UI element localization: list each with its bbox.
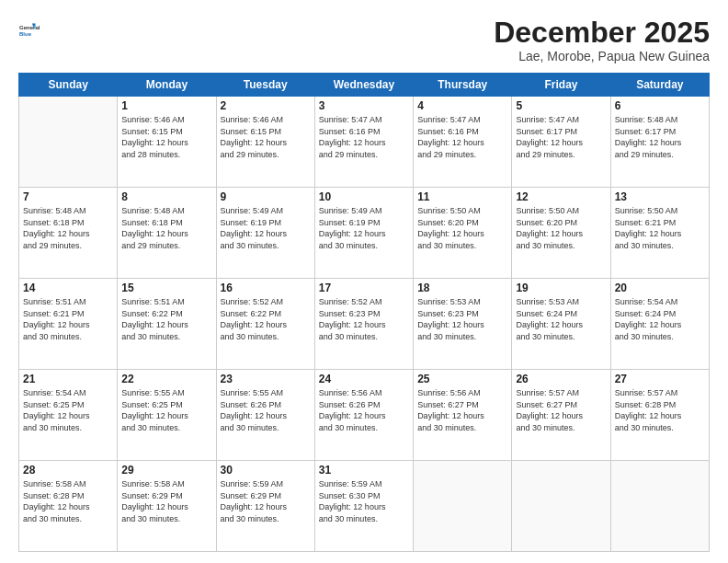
day-info: Sunrise: 5:57 AM Sunset: 6:27 PM Dayligh… (516, 387, 606, 433)
calendar-cell: 28Sunrise: 5:58 AM Sunset: 6:28 PM Dayli… (19, 461, 118, 552)
day-number: 16 (221, 282, 311, 294)
calendar-cell: 10Sunrise: 5:49 AM Sunset: 6:19 PM Dayli… (314, 188, 413, 279)
day-info: Sunrise: 5:47 AM Sunset: 6:17 PM Dayligh… (516, 114, 606, 160)
calendar-cell: 15Sunrise: 5:51 AM Sunset: 6:22 PM Dayli… (118, 279, 216, 370)
month-title: December 2025 (494, 17, 710, 49)
calendar-cell: 14Sunrise: 5:51 AM Sunset: 6:21 PM Dayli… (19, 279, 118, 370)
calendar: SundayMondayTuesdayWednesdayThursdayFrid… (18, 73, 710, 552)
weekday-header-row: SundayMondayTuesdayWednesdayThursdayFrid… (19, 74, 710, 97)
day-info: Sunrise: 5:58 AM Sunset: 6:28 PM Dayligh… (23, 478, 113, 524)
day-info: Sunrise: 5:56 AM Sunset: 6:26 PM Dayligh… (319, 387, 409, 433)
calendar-cell: 27Sunrise: 5:57 AM Sunset: 6:28 PM Dayli… (610, 370, 709, 461)
day-number: 28 (23, 464, 113, 477)
day-info: Sunrise: 5:47 AM Sunset: 6:16 PM Dayligh… (417, 114, 507, 160)
day-info: Sunrise: 5:59 AM Sunset: 6:30 PM Dayligh… (319, 478, 409, 524)
weekday-header-friday: Friday (512, 74, 610, 97)
day-info: Sunrise: 5:48 AM Sunset: 6:17 PM Dayligh… (615, 114, 705, 160)
day-info: Sunrise: 5:59 AM Sunset: 6:29 PM Dayligh… (221, 478, 311, 524)
header: General Blue December 2025 Lae, Morobe, … (18, 17, 710, 63)
day-info: Sunrise: 5:51 AM Sunset: 6:21 PM Dayligh… (23, 296, 113, 342)
day-info: Sunrise: 5:52 AM Sunset: 6:23 PM Dayligh… (319, 296, 409, 342)
logo: General Blue (18, 17, 44, 42)
week-row-5: 28Sunrise: 5:58 AM Sunset: 6:28 PM Dayli… (19, 461, 710, 552)
calendar-cell: 25Sunrise: 5:56 AM Sunset: 6:27 PM Dayli… (414, 370, 512, 461)
day-number: 7 (23, 190, 113, 203)
day-info: Sunrise: 5:55 AM Sunset: 6:26 PM Dayligh… (221, 387, 311, 433)
calendar-cell: 22Sunrise: 5:55 AM Sunset: 6:25 PM Dayli… (118, 370, 216, 461)
day-info: Sunrise: 5:53 AM Sunset: 6:24 PM Dayligh… (516, 296, 606, 342)
day-number: 23 (221, 373, 311, 385)
day-number: 3 (319, 99, 409, 112)
day-info: Sunrise: 5:53 AM Sunset: 6:23 PM Dayligh… (417, 296, 507, 342)
week-row-4: 21Sunrise: 5:54 AM Sunset: 6:25 PM Dayli… (19, 370, 710, 461)
day-info: Sunrise: 5:57 AM Sunset: 6:28 PM Dayligh… (615, 387, 705, 433)
day-info: Sunrise: 5:58 AM Sunset: 6:29 PM Dayligh… (121, 478, 211, 524)
day-info: Sunrise: 5:47 AM Sunset: 6:16 PM Dayligh… (319, 114, 409, 160)
day-info: Sunrise: 5:55 AM Sunset: 6:25 PM Dayligh… (121, 387, 211, 433)
calendar-cell: 8Sunrise: 5:48 AM Sunset: 6:18 PM Daylig… (118, 188, 216, 279)
day-number: 19 (516, 282, 606, 294)
day-info: Sunrise: 5:48 AM Sunset: 6:18 PM Dayligh… (121, 205, 211, 251)
calendar-cell: 13Sunrise: 5:50 AM Sunset: 6:21 PM Dayli… (610, 188, 709, 279)
calendar-cell: 7Sunrise: 5:48 AM Sunset: 6:18 PM Daylig… (19, 188, 118, 279)
day-number: 21 (23, 373, 113, 385)
day-number: 10 (319, 190, 409, 203)
day-number: 1 (121, 99, 211, 112)
day-info: Sunrise: 5:50 AM Sunset: 6:20 PM Dayligh… (516, 205, 606, 251)
calendar-cell: 21Sunrise: 5:54 AM Sunset: 6:25 PM Dayli… (19, 370, 118, 461)
calendar-cell: 6Sunrise: 5:48 AM Sunset: 6:17 PM Daylig… (610, 97, 709, 188)
day-number: 29 (121, 464, 211, 477)
week-row-2: 7Sunrise: 5:48 AM Sunset: 6:18 PM Daylig… (19, 188, 710, 279)
calendar-cell (512, 461, 610, 552)
day-number: 15 (121, 282, 211, 294)
calendar-cell: 4Sunrise: 5:47 AM Sunset: 6:16 PM Daylig… (414, 97, 512, 188)
calendar-cell (19, 97, 118, 188)
calendar-cell: 12Sunrise: 5:50 AM Sunset: 6:20 PM Dayli… (512, 188, 610, 279)
day-info: Sunrise: 5:54 AM Sunset: 6:24 PM Dayligh… (615, 296, 705, 342)
day-number: 6 (615, 99, 705, 112)
calendar-cell: 18Sunrise: 5:53 AM Sunset: 6:23 PM Dayli… (414, 279, 512, 370)
logo-icon: General Blue (18, 17, 44, 42)
day-info: Sunrise: 5:51 AM Sunset: 6:22 PM Dayligh… (121, 296, 211, 342)
day-number: 27 (615, 373, 705, 385)
day-number: 8 (121, 190, 211, 203)
calendar-cell: 29Sunrise: 5:58 AM Sunset: 6:29 PM Dayli… (118, 461, 216, 552)
weekday-header-thursday: Thursday (414, 74, 512, 97)
day-number: 11 (417, 190, 507, 203)
day-number: 18 (417, 282, 507, 294)
day-info: Sunrise: 5:50 AM Sunset: 6:21 PM Dayligh… (615, 205, 705, 251)
day-number: 17 (319, 282, 409, 294)
day-number: 20 (615, 282, 705, 294)
calendar-cell: 23Sunrise: 5:55 AM Sunset: 6:26 PM Dayli… (216, 370, 314, 461)
day-number: 24 (319, 373, 409, 385)
svg-text:General: General (19, 25, 40, 30)
week-row-3: 14Sunrise: 5:51 AM Sunset: 6:21 PM Dayli… (19, 279, 710, 370)
week-row-1: 1Sunrise: 5:46 AM Sunset: 6:15 PM Daylig… (19, 97, 710, 188)
calendar-cell: 16Sunrise: 5:52 AM Sunset: 6:22 PM Dayli… (216, 279, 314, 370)
day-info: Sunrise: 5:54 AM Sunset: 6:25 PM Dayligh… (23, 387, 113, 433)
calendar-cell: 5Sunrise: 5:47 AM Sunset: 6:17 PM Daylig… (512, 97, 610, 188)
day-info: Sunrise: 5:46 AM Sunset: 6:15 PM Dayligh… (221, 114, 311, 160)
day-number: 30 (221, 464, 311, 477)
calendar-cell (414, 461, 512, 552)
weekday-header-monday: Monday (118, 74, 216, 97)
day-info: Sunrise: 5:50 AM Sunset: 6:20 PM Dayligh… (417, 205, 507, 251)
calendar-cell: 26Sunrise: 5:57 AM Sunset: 6:27 PM Dayli… (512, 370, 610, 461)
page: General Blue December 2025 Lae, Morobe, … (0, 0, 728, 563)
day-number: 4 (417, 99, 507, 112)
day-number: 12 (516, 190, 606, 203)
location: Lae, Morobe, Papua New Guinea (494, 49, 710, 63)
day-info: Sunrise: 5:48 AM Sunset: 6:18 PM Dayligh… (23, 205, 113, 251)
calendar-cell (610, 461, 709, 552)
calendar-cell: 24Sunrise: 5:56 AM Sunset: 6:26 PM Dayli… (314, 370, 413, 461)
calendar-cell: 31Sunrise: 5:59 AM Sunset: 6:30 PM Dayli… (314, 461, 413, 552)
calendar-cell: 1Sunrise: 5:46 AM Sunset: 6:15 PM Daylig… (118, 97, 216, 188)
day-number: 14 (23, 282, 113, 294)
day-number: 5 (516, 99, 606, 112)
day-info: Sunrise: 5:56 AM Sunset: 6:27 PM Dayligh… (417, 387, 507, 433)
day-number: 13 (615, 190, 705, 203)
calendar-cell: 30Sunrise: 5:59 AM Sunset: 6:29 PM Dayli… (216, 461, 314, 552)
day-info: Sunrise: 5:49 AM Sunset: 6:19 PM Dayligh… (221, 205, 311, 251)
day-number: 25 (417, 373, 507, 385)
calendar-cell: 3Sunrise: 5:47 AM Sunset: 6:16 PM Daylig… (314, 97, 413, 188)
